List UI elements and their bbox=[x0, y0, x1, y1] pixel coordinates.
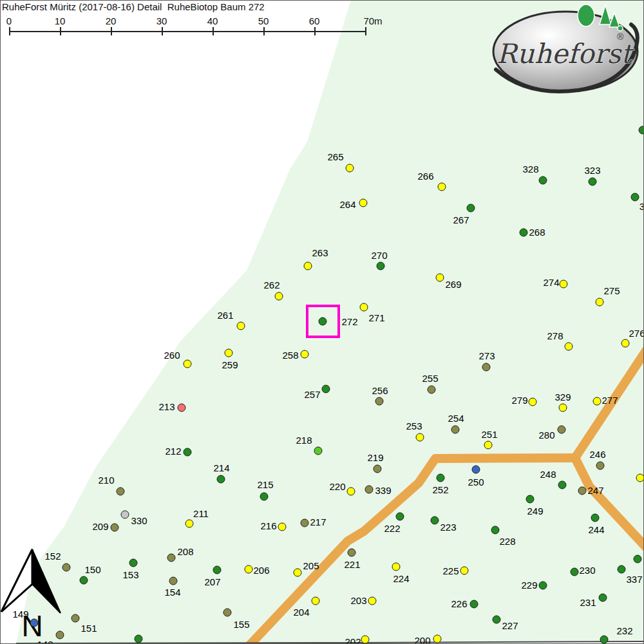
tree-dot-250[interactable] bbox=[472, 466, 480, 474]
tree-dot-216[interactable] bbox=[278, 523, 287, 531]
tree-dot-330[interactable] bbox=[121, 511, 129, 519]
tree-dot-260[interactable] bbox=[184, 360, 192, 368]
tree-dot-212[interactable] bbox=[184, 448, 192, 457]
tree-dot-tree-edge-mid[interactable] bbox=[636, 474, 644, 482]
tree-dot-267[interactable] bbox=[467, 204, 475, 213]
tree-dot-tree-edge-top[interactable] bbox=[639, 126, 644, 135]
tree-dot-219[interactable] bbox=[374, 465, 382, 473]
tree-dot-221[interactable] bbox=[348, 549, 356, 557]
tree-dot-247[interactable] bbox=[578, 487, 587, 495]
tree-dot-279[interactable] bbox=[529, 398, 537, 406]
tree-dot-204[interactable] bbox=[312, 597, 320, 605]
tree-dot-225[interactable] bbox=[460, 567, 469, 575]
tree-dot-249[interactable] bbox=[526, 495, 535, 504]
tree-dot-266[interactable] bbox=[438, 183, 446, 191]
tree-label-221: 221 bbox=[344, 560, 360, 569]
tree-dot-337[interactable] bbox=[618, 565, 626, 574]
tree-dot-280[interactable] bbox=[558, 426, 566, 434]
tree-dot-215[interactable] bbox=[260, 493, 269, 501]
tree-label-329: 329 bbox=[554, 392, 571, 402]
tree-dot-248[interactable] bbox=[558, 481, 567, 489]
tree-dot-270[interactable] bbox=[377, 262, 385, 270]
tree-dot-329[interactable] bbox=[559, 404, 567, 412]
tree-dot-275[interactable] bbox=[596, 298, 604, 307]
tree-dot-255[interactable] bbox=[428, 386, 436, 394]
tree-dot-200[interactable] bbox=[433, 635, 442, 643]
tree-dot-339[interactable] bbox=[365, 486, 374, 494]
tree-dot-328[interactable] bbox=[539, 176, 547, 185]
tree-dot-214[interactable] bbox=[217, 475, 225, 484]
tree-dot-tree-edge-337b[interactable] bbox=[634, 555, 642, 564]
tree-dot-202[interactable] bbox=[361, 636, 370, 644]
tree-dot-148[interactable] bbox=[56, 631, 64, 639]
tree-dot-269[interactable] bbox=[436, 274, 444, 282]
tree-dot-153[interactable] bbox=[129, 559, 138, 567]
tree-dot-246[interactable] bbox=[596, 462, 605, 470]
tree-label-266: 266 bbox=[417, 171, 433, 181]
tree-label-216: 216 bbox=[260, 521, 276, 531]
tree-dot-262[interactable] bbox=[275, 292, 283, 301]
tree-dot-tree-edge-right[interactable] bbox=[631, 193, 639, 202]
tree-dot-232[interactable] bbox=[600, 636, 609, 644]
tree-dot-244[interactable] bbox=[591, 514, 600, 522]
tree-dot-149[interactable] bbox=[30, 619, 39, 627]
tree-dot-323[interactable] bbox=[589, 178, 597, 186]
tree-label-262: 262 bbox=[263, 280, 279, 290]
tree-dot-211[interactable] bbox=[185, 520, 194, 528]
tree-dot-271[interactable] bbox=[360, 303, 368, 312]
tree-dot-154[interactable] bbox=[169, 577, 178, 585]
tree-dot-261[interactable] bbox=[237, 322, 245, 330]
tree-dot-227[interactable] bbox=[493, 616, 501, 624]
tree-dot-223[interactable] bbox=[431, 516, 439, 525]
tree-label-254: 254 bbox=[448, 413, 464, 423]
tree-dot-203[interactable] bbox=[368, 597, 377, 605]
tree-dot-tree-bottom-nolabel[interactable] bbox=[135, 635, 143, 643]
tree-dot-263[interactable] bbox=[304, 262, 312, 270]
tree-dot-210[interactable] bbox=[117, 488, 125, 496]
tree-dot-276[interactable] bbox=[621, 339, 630, 348]
tree-dot-230[interactable] bbox=[571, 568, 579, 576]
tree-label-280: 280 bbox=[538, 430, 554, 440]
tree-dot-274[interactable] bbox=[560, 280, 568, 289]
tree-label-253: 253 bbox=[406, 421, 422, 431]
tree-dot-272[interactable] bbox=[319, 317, 327, 326]
tree-dot-273[interactable] bbox=[482, 363, 491, 372]
tree-dot-208[interactable] bbox=[167, 554, 176, 562]
tree-dot-152[interactable] bbox=[62, 564, 71, 572]
tree-dot-150[interactable] bbox=[80, 576, 88, 585]
tree-dot-151[interactable] bbox=[71, 614, 80, 623]
tree-dot-222[interactable] bbox=[396, 513, 404, 521]
tree-dot-220[interactable] bbox=[347, 488, 355, 496]
tree-dot-229[interactable] bbox=[539, 582, 547, 590]
tree-dot-209[interactable] bbox=[111, 524, 119, 532]
tree-dot-278[interactable] bbox=[565, 343, 573, 351]
tree-dot-217[interactable] bbox=[301, 519, 309, 527]
tree-dot-224[interactable] bbox=[392, 563, 401, 571]
tree-dot-213[interactable] bbox=[178, 404, 186, 412]
tree-label-209: 209 bbox=[92, 522, 108, 531]
tree-dot-252[interactable] bbox=[437, 474, 445, 482]
tree-dot-253[interactable] bbox=[416, 433, 424, 442]
tree-label-278: 278 bbox=[547, 331, 563, 341]
tree-label-219: 219 bbox=[367, 453, 383, 462]
tree-dot-226[interactable] bbox=[470, 600, 478, 609]
tree-dot-254[interactable] bbox=[451, 426, 460, 434]
tree-label-151: 151 bbox=[80, 623, 97, 633]
tree-dot-251[interactable] bbox=[484, 441, 493, 450]
tree-dot-258[interactable] bbox=[301, 350, 309, 359]
tree-dot-265[interactable] bbox=[346, 164, 354, 173]
tree-dot-218[interactable] bbox=[314, 447, 323, 455]
tree-dot-264[interactable] bbox=[359, 199, 368, 207]
tree-dot-155[interactable] bbox=[223, 609, 232, 617]
tree-dot-231[interactable] bbox=[599, 594, 607, 602]
tree-dot-256[interactable] bbox=[375, 397, 384, 406]
tree-dot-207[interactable] bbox=[213, 566, 222, 574]
map-viewport: RuheForst Müritz (2017-08-16) Detail Ruh… bbox=[0, 0, 644, 644]
tree-dot-277[interactable] bbox=[593, 397, 601, 406]
tree-dot-206[interactable] bbox=[245, 565, 253, 574]
tree-dot-268[interactable] bbox=[520, 229, 528, 237]
tree-dot-205[interactable] bbox=[294, 569, 302, 577]
tree-dot-257[interactable] bbox=[322, 385, 330, 393]
tree-dot-259[interactable] bbox=[225, 349, 233, 357]
tree-dot-228[interactable] bbox=[491, 526, 500, 535]
